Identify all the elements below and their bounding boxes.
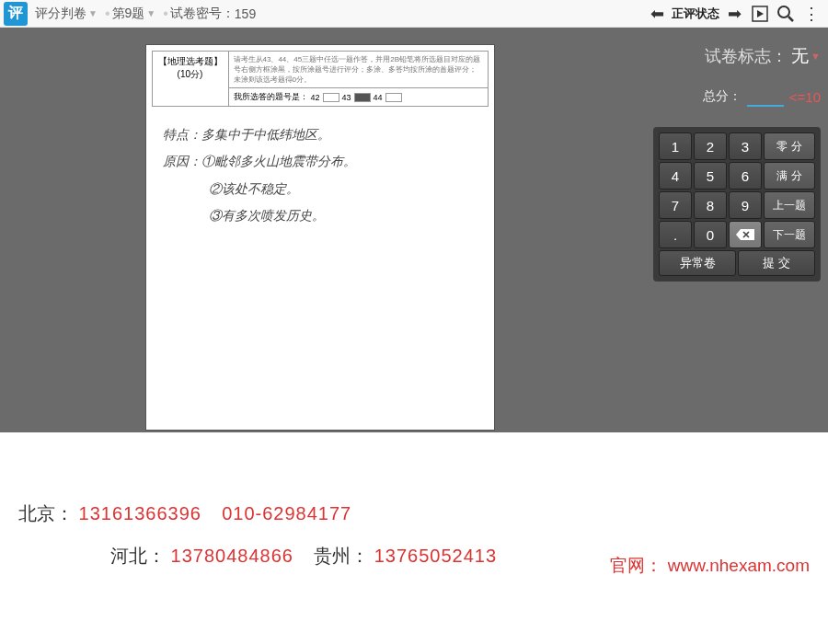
hw-line: 特点：多集中于中低纬地区。 bbox=[163, 121, 477, 148]
site-label: 官网： bbox=[610, 556, 662, 575]
app-name-label: 评分判卷 bbox=[35, 6, 86, 22]
hb-phone: 13780484866 bbox=[171, 546, 293, 566]
keypad-backspace[interactable] bbox=[729, 221, 762, 248]
paper-mark-value: 无 bbox=[791, 44, 809, 68]
app-logo: 评 bbox=[4, 2, 28, 26]
app-name-dropdown[interactable]: 评分判卷 ▼ bbox=[35, 6, 98, 22]
hw-line: 原因：①毗邻多火山地震带分布。 bbox=[163, 148, 477, 175]
separator: • bbox=[105, 6, 110, 22]
keypad-5[interactable]: 5 bbox=[694, 162, 727, 190]
secret-label: 试卷密号： bbox=[170, 6, 235, 22]
scan-viewport[interactable]: 【地理选考题】 (10分) 请考生从43、44、45三题中任选一题作答，并用2B… bbox=[0, 28, 639, 432]
svg-line-2 bbox=[788, 17, 793, 21]
checkbox-icon bbox=[323, 93, 339, 102]
caret-down-icon: ▼ bbox=[811, 51, 821, 62]
keypad-4[interactable]: 4 bbox=[659, 162, 692, 190]
main-area: 【地理选考题】 (10分) 请考生从43、44、45三题中任选一题作答，并用2B… bbox=[0, 28, 828, 432]
score-keypad: 1 2 3 零 分 4 5 6 满 分 7 8 9 上一题 . 0 bbox=[653, 127, 821, 282]
sheet-header-right: 请考生从43、44、45三题中任选一题作答，并用2B铅笔将所选题目对应的题号右侧… bbox=[229, 52, 488, 106]
caret-down-icon: ▼ bbox=[88, 8, 98, 18]
question-label: 第9题 bbox=[112, 6, 145, 22]
svg-point-1 bbox=[778, 6, 789, 17]
total-score-row: 总分： <=10 bbox=[703, 86, 821, 107]
hw-line: ③有多次喷发历史。 bbox=[209, 202, 477, 229]
section-title-box: 【地理选考题】 (10分) bbox=[153, 52, 229, 106]
keypad-1[interactable]: 1 bbox=[659, 132, 692, 160]
sheet-header: 【地理选考题】 (10分) 请考生从43、44、45三题中任选一题作答，并用2B… bbox=[152, 51, 489, 107]
footer-row-others: 河北： 13780484866 贵州： 13765052413 官网： www.… bbox=[110, 539, 810, 572]
secret-display: 试卷密号： 159 bbox=[170, 6, 256, 22]
opt-42: 42 bbox=[311, 93, 320, 102]
prev-arrow-icon[interactable]: ⬅ bbox=[644, 1, 670, 27]
keypad-8[interactable]: 8 bbox=[694, 191, 727, 219]
choice-label: 我所选答的题号是： bbox=[234, 91, 308, 103]
paper-mark-label: 试卷标志： bbox=[705, 45, 788, 67]
hb-label: 河北： bbox=[110, 546, 166, 566]
bj-phone1: 13161366396 bbox=[79, 503, 201, 523]
gz-label: 贵州： bbox=[314, 546, 369, 566]
paper-mark-dropdown[interactable]: 试卷标志： 无 ▼ bbox=[705, 44, 821, 68]
search-icon[interactable] bbox=[773, 1, 799, 27]
opt-44: 44 bbox=[374, 93, 383, 102]
keypad-submit[interactable]: 提 交 bbox=[738, 250, 815, 276]
keypad-full-score[interactable]: 满 分 bbox=[764, 162, 815, 190]
max-score-hint: <=10 bbox=[789, 89, 821, 105]
opt-43: 43 bbox=[342, 93, 351, 102]
play-box-icon[interactable] bbox=[747, 1, 773, 27]
bj-phone2: 010-62984177 bbox=[222, 503, 351, 523]
keypad-next-question[interactable]: 下一题 bbox=[764, 221, 815, 248]
section-title: 【地理选考题】 bbox=[158, 55, 223, 68]
bj-label: 北京： bbox=[18, 503, 74, 523]
sheet-instruction: 请考生从43、44、45三题中任选一题作答，并用2B铅笔将所选题目对应的题号右侧… bbox=[229, 52, 488, 87]
keypad-3[interactable]: 3 bbox=[729, 132, 762, 160]
hw-line: ②该处不稳定。 bbox=[209, 176, 477, 202]
grading-panel: 试卷标志： 无 ▼ 总分： <=10 1 2 3 零 分 4 5 6 满 分 7 bbox=[639, 28, 828, 432]
keypad-0[interactable]: 0 bbox=[694, 221, 727, 248]
total-label: 总分： bbox=[703, 88, 742, 105]
caret-down-icon: ▼ bbox=[146, 8, 155, 18]
gz-phone: 13765052413 bbox=[374, 546, 497, 566]
choice-row: 我所选答的题号是： 42 43 44 bbox=[229, 87, 488, 106]
checkbox-filled-icon bbox=[354, 93, 371, 102]
top-toolbar: 评 评分判卷 ▼ • 第9题 ▼ • 试卷密号： 159 ⬅ 正评状态 ➡ ⋮ bbox=[0, 0, 828, 28]
checkbox-icon bbox=[385, 93, 402, 102]
keypad-7[interactable]: 7 bbox=[659, 191, 692, 219]
total-score-input[interactable] bbox=[747, 86, 784, 107]
secret-value: 159 bbox=[235, 6, 256, 21]
handwritten-answer: 特点：多集中于中低纬地区。 原因：①毗邻多火山地震带分布。 ②该处不稳定。 ③有… bbox=[146, 112, 494, 239]
keypad-6[interactable]: 6 bbox=[729, 162, 762, 190]
more-vert-icon[interactable]: ⋮ bbox=[799, 1, 824, 27]
keypad-zero-score[interactable]: 零 分 bbox=[764, 132, 815, 160]
keypad-dot[interactable]: . bbox=[659, 221, 692, 248]
next-arrow-icon[interactable]: ➡ bbox=[721, 1, 747, 27]
keypad-prev-question[interactable]: 上一题 bbox=[764, 191, 815, 219]
keypad-abnormal[interactable]: 异常卷 bbox=[659, 250, 736, 276]
section-points: (10分) bbox=[158, 68, 223, 81]
question-dropdown[interactable]: 第9题 ▼ bbox=[112, 6, 156, 22]
site-url[interactable]: www.nhexam.com bbox=[668, 556, 810, 575]
grading-status: 正评状态 bbox=[672, 6, 719, 22]
keypad-9[interactable]: 9 bbox=[729, 191, 762, 219]
footer-row-beijing: 北京： 13161366396 010-62984177 bbox=[18, 497, 810, 530]
answer-sheet: 【地理选考题】 (10分) 请考生从43、44、45三题中任选一题作答，并用2B… bbox=[145, 44, 495, 431]
footer-site: 官网： www.nhexam.com bbox=[610, 548, 810, 581]
separator: • bbox=[163, 6, 168, 22]
footer-contact: 北京： 13161366396 010-62984177 河北： 1378048… bbox=[0, 432, 828, 581]
keypad-2[interactable]: 2 bbox=[694, 132, 727, 160]
